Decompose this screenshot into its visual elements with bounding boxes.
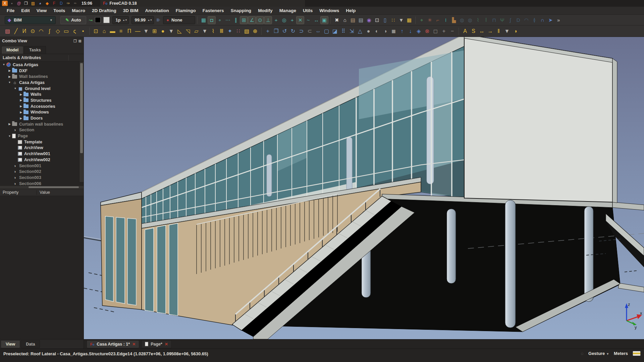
line-width-spinner[interactable]: 1p ▲▼ (112, 16, 129, 24)
draft-move-icon[interactable]: + (264, 27, 272, 36)
draft-array-icon[interactable]: ⠿ (339, 27, 347, 36)
tree-item-dxf[interactable]: ▶DXF (0, 68, 84, 74)
tree-item-doors[interactable]: ▶Doors (0, 115, 84, 121)
tree-item-casa-artigas[interactable]: ▼Casa Artigas (0, 62, 84, 68)
app-gimp-icon[interactable]: ◕ (37, 1, 43, 6)
spinner-arrows-icon[interactable]: ▲▼ (123, 19, 127, 21)
tab-data[interactable]: Data (21, 340, 40, 348)
part-add-icon[interactable]: + (440, 27, 448, 36)
panel-close-icon[interactable]: ⊠ (78, 39, 82, 43)
tree-expand-icon[interactable]: ▼ (13, 87, 18, 90)
pipe-tool-3-icon[interactable]: ⊓ (490, 16, 498, 24)
tree-item-archview001[interactable]: ArchView001 (0, 151, 84, 157)
flamingo-structure-icon[interactable]: ▙ (450, 16, 458, 24)
pipe-tool-5-icon[interactable]: ∫ (506, 16, 514, 24)
draft-mirror-icon[interactable]: ⇔ (314, 27, 322, 36)
snap-perpendicular-icon[interactable]: ⊥ (264, 16, 272, 24)
app-freecad-icon[interactable]: F (51, 1, 57, 6)
snap-lock-icon[interactable]: ◘ (208, 16, 216, 24)
active-window-button[interactable]: Fo FreeCAD 0.18 (100, 0, 305, 7)
part-cut-icon[interactable]: ◑ (381, 27, 389, 36)
bim-masonry-icon[interactable]: ▤ (349, 16, 357, 24)
menu-flamingo[interactable]: Flamingo (172, 7, 199, 14)
navigation-style-selector[interactable]: Gesture▼ (588, 351, 609, 356)
sketcher-new-sketch-icon[interactable]: ▨ (3, 27, 12, 36)
bim-door-icon[interactable]: ▯ (381, 16, 389, 24)
draft-bspline-icon[interactable]: ∫ (45, 27, 54, 36)
tree-item-section006[interactable]: ◑Section006 (0, 181, 84, 185)
draft-dimension-icon[interactable]: ↔ (478, 27, 486, 36)
snap-grid-toggle-icon[interactable]: ⊞ (240, 16, 248, 24)
tree-item-section002[interactable]: ◑Section002 (0, 169, 84, 175)
menu-macro[interactable]: Macro (68, 7, 89, 14)
draft-label-icon[interactable]: → (486, 27, 494, 36)
arch-wall-icon[interactable]: ▧ (243, 27, 251, 36)
draft-edit-icon[interactable]: △ (356, 27, 364, 36)
pipe-arc-icon[interactable]: ∩ (538, 16, 546, 24)
tree-expand-icon[interactable]: ▶ (7, 123, 12, 126)
flamingo-frame-icon[interactable]: ⌖ (418, 16, 426, 24)
tab-model[interactable]: Model (1, 46, 23, 54)
draft-autogroup-button[interactable]: ✎ Auto (60, 16, 86, 24)
pipe-tool-2-icon[interactable]: Ⅰ (482, 16, 490, 24)
arch-beam-dropdown-icon[interactable]: ▼ (142, 27, 150, 36)
arch-stairs-icon[interactable]: ◺ (175, 27, 184, 36)
draft-annotation-styles-icon[interactable]: ‖ (494, 27, 503, 36)
working-plane-proxy-icon[interactable]: ◉ (365, 16, 373, 24)
construction-group-selector[interactable]: ● None (163, 16, 195, 24)
draft-rotate-icon[interactable]: ↺ (280, 27, 289, 36)
line-color-swatch[interactable] (95, 17, 101, 23)
tree-item-ground-level[interactable]: ▼▦Ground level (0, 86, 84, 92)
snap-dimensions-icon[interactable]: ↔ (312, 16, 320, 24)
snap-angle-icon[interactable]: ∠ (248, 16, 256, 24)
spinner-arrows-icon[interactable]: ▲▼ (148, 19, 152, 21)
tree-item-section[interactable]: ◑Section (0, 127, 84, 133)
tree-expand-icon[interactable]: ▼ (7, 135, 12, 138)
arch-frame-icon[interactable]: Ⅲ (217, 27, 226, 36)
working-plane-view-icon[interactable]: ⊡ (373, 16, 381, 24)
menu-edit[interactable]: Edit (18, 7, 33, 14)
draft-point-icon[interactable]: • (79, 27, 87, 36)
pipe-tool-1-icon[interactable]: ⌇ (474, 16, 482, 24)
annotation-dropdown-icon[interactable]: ▼ (503, 27, 511, 36)
flamingo-profile-icon[interactable]: I (442, 16, 450, 24)
snap-intersection-icon[interactable]: ◎ (280, 16, 288, 24)
menu-fasteners[interactable]: Fasteners (199, 7, 227, 14)
draft-shapestring-icon[interactable]: S (469, 27, 478, 36)
snap-extension-icon[interactable]: + (288, 16, 296, 24)
pipe-tool-4-icon[interactable]: Ψ (498, 16, 506, 24)
tree-expand-icon[interactable]: ▶ (18, 117, 23, 120)
app-xterm-icon[interactable]: X (2, 1, 8, 6)
arch-reinforcement-icon[interactable]: ∷ (234, 27, 243, 36)
arch-cutplane-icon[interactable]: ◪ (331, 27, 339, 36)
3d-viewport[interactable]: z x y (84, 37, 644, 339)
tree-expand-icon[interactable]: ▼ (1, 63, 6, 66)
tree-item-walls[interactable]: ▶Walls (0, 91, 84, 97)
tree-item-template[interactable]: Template (0, 139, 84, 145)
draft-circle-icon[interactable]: ⊙ (29, 27, 37, 36)
tree-item-curtain-wall-baselines[interactable]: ▶Curtain wall baselines (0, 121, 84, 127)
menu-tools[interactable]: Tools (50, 7, 68, 14)
draft-line-icon[interactable]: ╱ (12, 27, 20, 36)
tree-item-structures[interactable]: ▶Structures (0, 97, 84, 103)
draft-offset-alt-icon[interactable]: ⊂ (306, 27, 314, 36)
part-cube-icon[interactable]: ◻ (431, 27, 440, 36)
draft-arc-icon[interactable]: ◠ (37, 27, 45, 36)
snap-near-icon[interactable]: ~ (304, 16, 312, 24)
tree-vertical-scrollbar[interactable] (79, 62, 84, 182)
close-tab-icon[interactable]: ✕ (165, 342, 168, 347)
snap-grid-icon[interactable]: ▦ (200, 16, 208, 24)
arch-beam-icon[interactable]: — (133, 27, 142, 36)
arch-pipe-dropdown-icon[interactable]: ▼ (167, 27, 175, 36)
arch-panel-icon[interactable]: ▱ (192, 27, 201, 36)
draft-offset-icon[interactable]: ⊃ (297, 27, 306, 36)
menu-view[interactable]: View (33, 7, 50, 14)
app-blender-icon[interactable]: ◆ (44, 1, 50, 6)
menu-3d-bim[interactable]: 3D BIM (120, 7, 142, 14)
draft-clone-icon[interactable]: ▢ (322, 27, 331, 36)
arch-building-icon[interactable]: ⌂ (100, 27, 108, 36)
arch-equipment-icon[interactable]: ⊕ (251, 27, 259, 36)
snap-endpoint-icon[interactable]: ∘ (216, 16, 224, 24)
tree-item-page[interactable]: ▼Page (0, 133, 84, 139)
menu-file[interactable]: File (3, 7, 18, 14)
